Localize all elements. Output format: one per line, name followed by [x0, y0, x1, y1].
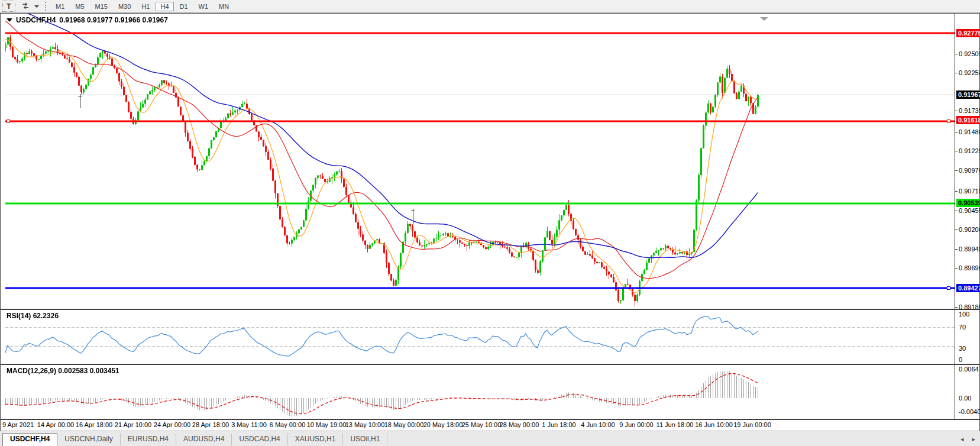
x-axis-label: 3 May 11:00 [231, 421, 267, 428]
timeframe-buttons: M1M5M15M30H1H4D1W1MN [50, 2, 234, 11]
rsi-axis-label: 70 [959, 323, 966, 331]
pane-separator[interactable] [1, 364, 979, 365]
macd-axis-label: -0.004073 [959, 408, 980, 416]
price-line-badge-0.90539: 0.90539 [956, 199, 980, 207]
rsi-axis-label: 30 [959, 344, 966, 353]
x-axis-label: 13 May 10:00 [345, 421, 385, 428]
chart-tab-usdcad-h4[interactable]: USDCAD,H4 [232, 434, 287, 445]
y-axis-tick [955, 230, 958, 230]
toolbar-grip [45, 2, 46, 11]
x-axis-label: 9 Apr 2021 [2, 421, 34, 428]
y-axis-tick [955, 211, 958, 211]
x-axis-label: 6 May 00:00 [270, 421, 306, 428]
y-axis-label: 0.91225 [959, 147, 980, 155]
y-axis-label: 0.89945 [959, 245, 980, 253]
timeframe-button-h1[interactable]: H1 [137, 2, 154, 11]
cursor-mode-dropdown-icon[interactable] [34, 5, 39, 8]
timeframe-button-m15[interactable]: M15 [90, 2, 112, 11]
y-axis-label: 0.91480 [959, 128, 980, 136]
chart-tab-usoil-h1[interactable]: USOil,H1 [343, 434, 387, 445]
y-axis-tick [955, 132, 958, 132]
x-axis-label: 24 Apr 00:00 [154, 421, 190, 428]
macd-axis-label: 0.006477 [959, 365, 980, 373]
x-axis-label: 16 Apr 18:00 [76, 421, 112, 428]
tab-scroll-right-icon[interactable]: ▸ [972, 435, 975, 443]
price-line-badge-0.92775: 0.92775 [956, 29, 980, 37]
y-axis-tick [955, 170, 958, 171]
price-line-badge-0.91618: 0.91618 [956, 116, 980, 124]
y-axis-label: 0.90970 [959, 166, 980, 174]
chart-symbol: USDCHF,H4 [16, 16, 56, 24]
rsi-axis-label: 0 [959, 355, 962, 364]
y-axis-tick [955, 54, 958, 54]
chart-tabs: USDCHF,H4USDCNH,DailyEURUSD,H4AUDUSD,H4U… [0, 433, 387, 446]
timeframe-button-d1[interactable]: D1 [175, 2, 193, 11]
x-axis-label: 16 Jun 10:00 [695, 421, 733, 428]
macd-axis-label: 0.00 [959, 394, 971, 402]
price-chart-canvas[interactable] [5, 14, 955, 309]
pane-separator[interactable] [1, 309, 979, 310]
y-axis-label: 0.92505 [959, 50, 980, 58]
y-axis-tick [955, 191, 958, 192]
x-axis-label: 11 Jun 18:00 [656, 421, 694, 428]
chart-quotes: 0.91968 0.91977 0.91966 0.91967 [59, 16, 168, 24]
tab-scroll-left-icon[interactable]: ◂ [960, 435, 964, 443]
chart-title: USDCHF,H4 0.91968 0.91977 0.91966 0.9196… [7, 16, 168, 24]
rsi-axis-label: 100 [959, 310, 969, 318]
x-axis-label: 18 May 00:00 [384, 421, 424, 428]
x-axis-label: 10 May 19:00 [307, 421, 347, 428]
timeframe-button-h4[interactable]: H4 [156, 2, 173, 11]
chart-context-arrow-icon[interactable] [7, 18, 12, 22]
y-axis-tick [955, 249, 958, 250]
chart-tab-eurusd-h4[interactable]: EURUSD,H4 [121, 434, 176, 445]
chart-tab-usdchf-h4[interactable]: USDCHF,H4 [2, 433, 57, 446]
x-axis-label: 21 Apr 10:00 [115, 421, 151, 428]
y-axis-label: 0.89690 [959, 264, 980, 272]
price-axis-border [955, 14, 955, 419]
tab-scrollers: ◂ ▸ [960, 435, 975, 443]
timeframe-button-m5[interactable]: M5 [70, 2, 89, 11]
x-axis-label: 28 May 00:00 [500, 421, 539, 428]
tab-bar: USDCHF,H4USDCNH,DailyEURUSD,H4AUDUSD,H4U… [0, 431, 980, 446]
x-axis-label: 1 Jun 18:00 [542, 421, 576, 428]
y-axis-tick [955, 73, 958, 73]
rsi-pane-canvas[interactable] [5, 310, 955, 364]
price-line-badge-0.89427: 0.89427 [956, 284, 980, 292]
chart-tab-xauusd-h1[interactable]: XAUUSD,H1 [288, 434, 344, 445]
timeframe-button-w1[interactable]: W1 [194, 2, 214, 11]
x-axis-label: 4 Jun 10:00 [581, 421, 615, 428]
text-tool-button[interactable]: T [2, 1, 15, 12]
y-axis-label: 0.90200 [959, 225, 980, 234]
y-axis-tick [955, 268, 958, 269]
chart-window: USDCHF,H4 0.91968 0.91977 0.91966 0.9196… [0, 13, 980, 431]
y-axis-tick [955, 307, 958, 308]
mt4-window: T M1M5M15M30H1H4D1W1MN USDCHF,H4 0.91968… [0, 0, 980, 446]
price-line-badge-0.91967: 0.91967 [956, 91, 980, 99]
toolbar: T M1M5M15M30H1H4D1W1MN [0, 0, 980, 13]
y-axis-tick [955, 151, 958, 151]
chart-tab-usdcnh-daily[interactable]: USDCNH,Daily [57, 434, 120, 445]
swap-arrows-icon [21, 2, 31, 11]
x-axis-label: 14 Apr 00:00 [37, 421, 74, 428]
chart-shift-marker[interactable] [760, 17, 768, 21]
timeframe-button-m30[interactable]: M30 [114, 2, 135, 11]
timeframe-button-m1[interactable]: M1 [51, 2, 69, 11]
x-axis-label: 20 May 18:00 [423, 421, 463, 428]
x-axis-label: 25 May 10:00 [462, 421, 502, 428]
x-axis-label: 28 Apr 18:00 [192, 421, 229, 428]
timeframe-button-mn[interactable]: MN [214, 2, 234, 11]
chart-tab-audusd-h4[interactable]: AUDUSD,H4 [176, 434, 232, 445]
y-axis-label: 0.90455 [959, 206, 980, 215]
x-axis-label: 19 Jun 00:00 [733, 421, 771, 428]
y-axis-tick [955, 111, 958, 111]
y-axis-label: 0.92250 [959, 69, 980, 77]
macd-indicator-label: MACD(12,26,9) 0.002583 0.003451 [7, 367, 119, 375]
macd-pane-canvas[interactable] [5, 365, 955, 419]
date-axis: 9 Apr 202114 Apr 00:0016 Apr 18:0021 Apr… [1, 420, 979, 431]
y-axis-label: 0.90715 [959, 187, 980, 195]
rsi-indicator-label: RSI(14) 62.2326 [7, 312, 59, 320]
cursor-mode-button[interactable] [20, 1, 32, 11]
x-axis-label: 9 Jun 00:00 [619, 421, 654, 428]
y-axis-label: 0.91735 [959, 106, 980, 115]
